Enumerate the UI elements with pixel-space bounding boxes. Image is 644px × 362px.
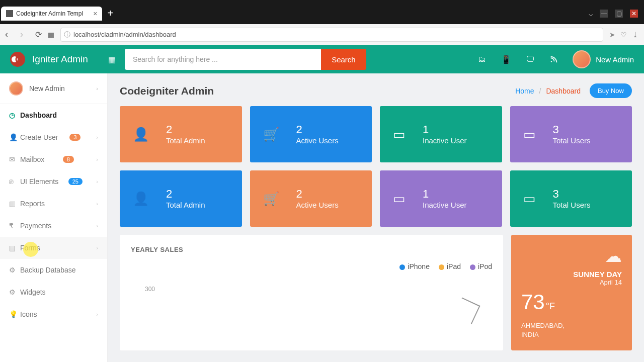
stat-card[interactable]: 👤2Total Admin [120,170,242,227]
heart-icon[interactable]: ♡ [620,31,627,39]
stat-card[interactable]: 👤2Total Admin [120,106,242,162]
page-title: Codeigniter Admin [120,85,214,97]
window-close-button[interactable]: ✕ [630,10,638,18]
browser-tab-strip: Codeigniter Admin Templ × + ⌵ — ▢ ✕ [0,0,644,24]
breadcrumb-home[interactable]: Home [515,87,534,95]
stat-value: 3 [553,124,591,136]
sidebar-item-create-user[interactable]: 👤Create User3› [0,126,107,148]
cart-icon: 🛒 [263,127,279,142]
stat-card[interactable]: 🛒2Active Users [250,106,372,162]
legend-item[interactable]: iPad [439,262,461,270]
search-input[interactable] [125,49,321,70]
sidebar-item-label: Widgets [20,288,46,296]
apps-grid-icon[interactable]: ▦ [48,31,54,39]
url-text: localhost/ciadmin/admin/dashboard [73,31,600,38]
nav-back-button[interactable]: ‹ [5,29,14,40]
sidebar-item-label: Mailbox [20,155,44,163]
sidebar-item-icons[interactable]: 💡Icons› [0,303,107,325]
stat-value: 2 [296,124,339,136]
chevron-right-icon: › [96,245,98,251]
phone-icon[interactable]: 📱 [501,55,511,64]
new-tab-button[interactable]: + [107,8,113,19]
badge: 25 [68,178,83,185]
sidebar-item-reports[interactable]: ▥Reports› [0,193,107,215]
menu-grid-icon[interactable]: ▦ [108,55,116,64]
dashboard-icon: ◷ [9,111,20,119]
badge: 3 [69,134,80,141]
bar-icon: ▥ [9,200,20,208]
sidebar-item-mailbox[interactable]: ✉Mailbox8› [0,148,107,170]
avatar [9,81,23,96]
legend-dot [439,264,444,270]
avatar [573,50,591,68]
download-icon[interactable]: ⭳ [632,31,639,39]
mail-icon: ✉ [9,155,20,163]
wallet-icon: ▭ [393,191,406,207]
stat-card[interactable]: ▭1Inactive User [380,106,502,162]
sidebar-user[interactable]: New Admin › [0,73,107,104]
page-header: Codeigniter Admin Home / Dashboard Buy N… [108,73,644,106]
nav-forward-button[interactable]: › [20,29,29,40]
sidebar-item-dashboard[interactable]: ◷Dashboard [0,104,107,126]
buy-now-button[interactable]: Buy Now [590,83,632,98]
sidebar-item-ui-elements[interactable]: ⎚UI Elements25› [0,170,107,193]
reload-button[interactable]: ⟳ [35,30,42,39]
sidebar-item-label: Payments [20,222,51,230]
sidebar-item-label: Backup Database [20,266,76,274]
sidebar-item-widgets[interactable]: ⚙Widgets [0,281,107,303]
rupee-icon: ₹ [9,222,20,230]
stat-value: 2 [166,124,205,136]
url-bar[interactable]: ⓘ localhost/ciadmin/admin/dashboard [60,28,603,42]
rss-icon[interactable] [549,55,557,64]
stat-value: 3 [553,188,591,200]
browser-toolbar: ‹ › ⟳ ▦ ⓘ localhost/ciadmin/admin/dashbo… [0,24,644,45]
site-info-icon[interactable]: ⓘ [64,30,70,39]
stat-label: Total Users [553,136,591,145]
weather-location: AHMEDABAD, INDIA [521,321,622,339]
stat-value: 1 [423,188,467,200]
sidebar-item-backup-database[interactable]: ⚙Backup Database [0,259,107,281]
stat-label: Total Admin [166,201,205,209]
legend-dot [470,264,475,270]
window-chevron-icon[interactable]: ⌵ [589,10,593,18]
sidebar-item-label: UI Elements [20,177,58,186]
cart-icon: 🛒 [263,191,279,207]
chevron-right-icon: › [96,178,98,185]
sidebar-item-label: Forms [20,244,40,252]
search-button[interactable]: Search [321,49,366,70]
legend-item[interactable]: iPhone [399,262,430,270]
stat-card[interactable]: 🛒2Active Users [250,170,372,227]
y-axis-tick: 300 [145,286,492,293]
monitor-icon[interactable]: 🖵 [526,55,534,64]
send-icon[interactable]: ➤ [609,31,615,39]
briefcase-icon[interactable]: 🗂 [478,55,486,64]
yearly-sales-chart: YEARLY SALES iPhoneiPadiPod 300 [120,235,503,350]
sidebar-item-forms[interactable]: ▤Forms› [0,237,107,259]
sidebar-item-label: Dashboard [20,111,57,119]
weather-unit: °F [546,301,555,312]
legend-item[interactable]: iPod [470,262,492,270]
user-icon: 👤 [133,191,149,207]
sidebar: New Admin › ◷Dashboard👤Create User3›✉Mai… [0,73,108,362]
window-minimize-button[interactable]: — [600,10,608,18]
user-menu[interactable]: New Admin [573,50,634,68]
tab-favicon [6,10,13,17]
chevron-right-icon: › [96,223,98,229]
sidebar-user-name: New Admin [29,84,65,93]
chevron-right-icon: › [96,156,98,162]
chart-legend: iPhoneiPadiPod [131,262,492,270]
sidebar-item-payments[interactable]: ₹Payments› [0,215,107,237]
breadcrumb: Home / Dashboard [515,87,581,95]
sidebar-item-label: Reports [20,200,45,208]
stat-label: Total Users [553,201,591,209]
stat-label: Total Admin [166,136,205,145]
tab-close-icon[interactable]: × [93,10,97,18]
sidebar-item-label: Icons [20,310,37,318]
stat-card[interactable]: ▭1Inactive User [380,170,502,227]
stat-card[interactable]: ▭3Total Users [510,170,632,227]
window-maximize-button[interactable]: ▢ [615,10,623,18]
browser-tab[interactable]: Codeigniter Admin Templ × [1,7,102,21]
logo-icon[interactable]: C [10,52,25,67]
stat-card[interactable]: ▭3Total Users [510,106,632,162]
legend-dot [399,264,405,270]
